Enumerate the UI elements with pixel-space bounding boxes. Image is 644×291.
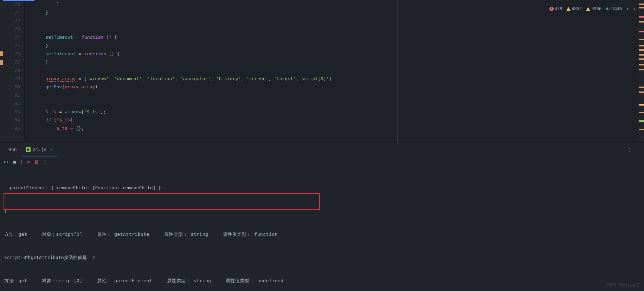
run-tab[interactable]: Run [4, 143, 21, 157]
trash-icon[interactable]: 🗑 [34, 159, 39, 164]
code-line [34, 25, 644, 33]
editor-area: 70717273747576777879808182838485 } } set… [0, 0, 644, 142]
minimap-marker [639, 4, 644, 5]
code-line: $_ts = {}; [34, 124, 644, 133]
run-panel: Run ⬢ zj.js × ⋮ — ▸▸ ■ | ≡ 🗑 ⋮ parentEle… [0, 142, 644, 291]
code-line: getEnv(proxy_array) [34, 83, 644, 91]
file-tab-label: zj.js [33, 147, 46, 152]
code-line [34, 99, 644, 108]
minimap-marker [639, 58, 644, 60]
error-icon: ! [549, 7, 554, 11]
code-line [34, 66, 644, 75]
more-icon[interactable]: ⋮ [627, 147, 632, 152]
minimap-scrollbar[interactable] [638, 0, 644, 142]
console-output[interactable]: parentElement: { removeChild: [Function:… [0, 166, 644, 291]
code-line: if (!$_ts) [34, 116, 644, 124]
typo-count[interactable]: A✓ 1446 [606, 6, 622, 11]
file-tab[interactable]: ⬢ zj.js × [21, 143, 57, 157]
prev-highlight-icon[interactable]: ↑ [626, 6, 629, 11]
line-number: 82 [3, 99, 20, 108]
minimap-marker [639, 7, 644, 8]
line-number: 72 [3, 17, 20, 25]
panel-tabs: Run ⬢ zj.js × ⋮ — [0, 143, 644, 157]
line-number: 75 [3, 42, 20, 50]
minimap-marker [639, 45, 644, 46]
panel-actions: ⋮ — [627, 147, 640, 152]
code-line [34, 17, 644, 25]
minimap-marker [639, 54, 644, 56]
line-number: 71 [3, 8, 20, 17]
line-number: 73 [3, 25, 20, 33]
warning-count-1[interactable]: 4852 [566, 6, 582, 11]
console-line: parentElement: { removeChild: [Function:… [4, 184, 640, 192]
line-number: 77 [3, 58, 20, 67]
code-editor[interactable]: } } setTimeout = function () { } setInte… [25, 0, 644, 142]
minimap-marker [639, 21, 644, 23]
line-number: 83 [3, 108, 20, 116]
minimap-marker [639, 129, 644, 130]
ruler-line [397, 0, 398, 142]
line-number-gutter: 70717273747576777879808182838485 [3, 0, 25, 142]
minimap-marker [639, 69, 644, 70]
minimap-marker [639, 31, 644, 32]
line-number: 84 [3, 116, 20, 124]
console-line: 方法：get 对象：script[0] 属性： getAttribute 属性类… [4, 230, 640, 238]
code-line: setInterval = function () { [34, 50, 644, 58]
line-number: 80 [3, 83, 20, 91]
console-line: script-0中getAttribute接受的值是 r [4, 254, 640, 261]
code-line: } [34, 58, 644, 67]
code-line [34, 91, 644, 100]
warning-icon [586, 7, 590, 11]
gutter-mark [0, 60, 3, 65]
nodejs-icon: ⬢ [26, 147, 31, 152]
line-number: 79 [3, 75, 20, 83]
minimap-marker [639, 91, 644, 93]
rerun-icon[interactable]: ▸▸ [4, 159, 9, 164]
line-number: 78 [3, 66, 20, 75]
warning-count-value: 3986 [591, 6, 601, 11]
minimap-marker [639, 49, 644, 51]
warning-count-value: 4852 [572, 6, 582, 11]
more-actions-icon[interactable]: ⋮ [43, 159, 47, 164]
line-number: 76 [3, 50, 20, 58]
minimap-marker [639, 16, 644, 18]
run-toolbar: ▸▸ ■ | ≡ 🗑 ⋮ [0, 157, 644, 166]
line-number: 74 [3, 33, 20, 42]
typo-count-value: 1446 [612, 6, 622, 11]
minimap-marker [639, 104, 644, 106]
watermark: CSDN @局外人LZ [606, 282, 639, 288]
line-number: 81 [3, 91, 20, 100]
stop-icon[interactable]: ■ [13, 159, 16, 164]
minimize-icon[interactable]: — [637, 147, 640, 152]
code-line: $_ts = window['$_ts']; [34, 108, 644, 116]
error-count[interactable]: ! 478 [549, 6, 562, 11]
run-tab-label: Run [8, 147, 17, 152]
minimap-marker [639, 39, 644, 40]
console-line: } [4, 207, 640, 215]
line-number: 70 [3, 0, 20, 8]
minimap-marker [639, 112, 644, 113]
filter-icon[interactable]: ≡ [27, 159, 30, 164]
gutter-mark [0, 51, 3, 56]
warning-count-2[interactable]: 3986 [586, 6, 601, 11]
line-number: 85 [3, 124, 20, 133]
inspection-status: ! 478 4852 3986 A✓ 1446 ↑ ↓ [549, 6, 636, 11]
minimap-marker [639, 64, 644, 65]
console-line: 方法：get 对象：script[0] 属性： parentElement 属性… [4, 277, 640, 285]
close-icon[interactable]: × [50, 147, 53, 152]
breakpoint-gutter[interactable] [0, 0, 3, 142]
error-count-value: 478 [555, 6, 562, 11]
minimap-marker [639, 120, 644, 122]
code-line: proxy_array = ['window', 'document', 'lo… [34, 75, 644, 83]
warning-icon [566, 7, 571, 11]
check-icon: A✓ [606, 6, 611, 11]
code-line: } [34, 42, 644, 50]
code-line: setTimeout = function () { [34, 33, 644, 42]
minimap-marker [639, 87, 644, 88]
next-highlight-icon[interactable]: ↓ [633, 6, 636, 11]
divider: | [20, 159, 23, 164]
